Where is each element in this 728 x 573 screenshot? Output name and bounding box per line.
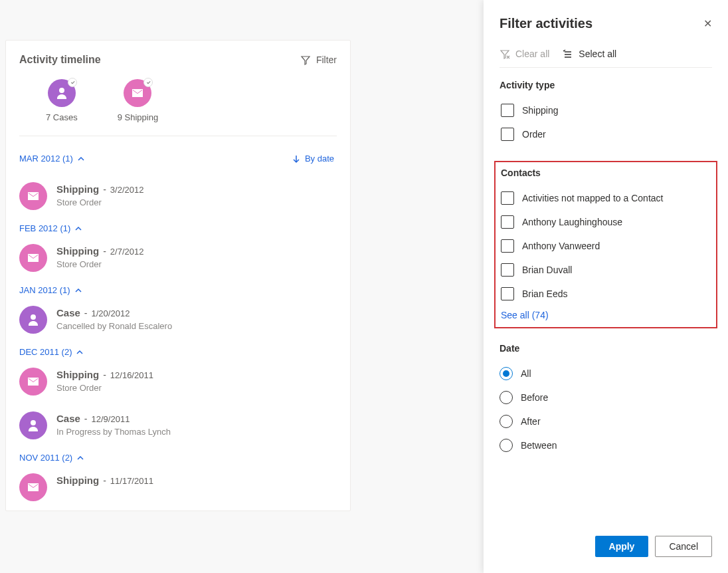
summary-item[interactable]: 7 Cases xyxy=(46,79,78,122)
arrow-down-icon xyxy=(292,154,301,164)
date-title: Date xyxy=(500,343,712,354)
chevron-up-icon xyxy=(74,225,82,233)
date-option[interactable]: After xyxy=(500,409,712,433)
select-all-button[interactable]: Select all xyxy=(563,49,616,59)
month-header[interactable]: JAN 2012 (1) xyxy=(19,285,82,295)
mail-icon xyxy=(19,368,47,396)
timeline-item[interactable]: Shipping - 2/7/2012 Store Order xyxy=(19,237,337,281)
timeline-groups: Shipping - 3/2/2012 Store Order FEB 2012… xyxy=(19,175,337,511)
item-body: Shipping - 12/16/2011 Store Order xyxy=(56,368,153,396)
radio[interactable] xyxy=(500,367,513,380)
item-subtitle: Store Order xyxy=(56,197,143,207)
action-row: Clear all Select all xyxy=(500,42,712,68)
option-label: Order xyxy=(522,129,546,140)
option-label: Before xyxy=(521,392,548,403)
item-title-row: Shipping - 3/2/2012 xyxy=(56,183,143,195)
item-subtitle: Cancelled by Ronald Escalero xyxy=(56,321,172,331)
funnel-icon xyxy=(300,55,311,65)
month-header[interactable]: FEB 2012 (1) xyxy=(19,223,82,233)
item-type: Shipping xyxy=(56,369,99,380)
sort-by-date[interactable]: By date xyxy=(292,154,334,164)
summary-item[interactable]: 9 Shipping xyxy=(118,79,158,122)
select-all-label: Select all xyxy=(579,49,616,59)
date-option[interactable]: Before xyxy=(500,386,712,409)
contacts-title: Contacts xyxy=(501,168,712,178)
radio[interactable] xyxy=(500,391,513,404)
item-title-row: Shipping - 11/17/2011 xyxy=(56,475,153,486)
timeline-item[interactable]: Case - 12/9/2011 In Progress by Thomas L… xyxy=(19,405,337,449)
person-icon xyxy=(19,411,47,439)
checkbox[interactable] xyxy=(501,287,514,300)
clear-all-button[interactable]: Clear all xyxy=(500,49,549,59)
contact-option[interactable]: Activities not mapped to a Contact xyxy=(500,186,712,210)
apply-button[interactable]: Apply xyxy=(595,536,649,557)
date-options: All Before After Between xyxy=(500,362,712,457)
timeline-item[interactable]: Shipping - 3/2/2012 Store Order xyxy=(19,175,337,219)
filter-panel: Filter activities ✕ Clear all Select all… xyxy=(484,0,728,573)
check-badge-icon xyxy=(68,78,77,87)
checkbox[interactable] xyxy=(501,104,514,117)
option-label: After xyxy=(521,416,541,427)
filter-button[interactable]: Filter xyxy=(300,55,337,65)
item-subtitle: Store Order xyxy=(56,383,153,393)
chevron-up-icon xyxy=(74,286,82,294)
option-label: All xyxy=(521,368,531,379)
checkbox[interactable] xyxy=(501,263,514,277)
chevron-up-icon xyxy=(77,155,85,163)
timeline-item[interactable]: Shipping - 12/16/2011 Store Order xyxy=(19,361,337,405)
item-subtitle: In Progress by Thomas Lynch xyxy=(56,427,171,437)
date-option[interactable]: All xyxy=(500,362,712,386)
option-label: Anthony Laughinghouse xyxy=(522,217,622,227)
checkbox[interactable] xyxy=(501,239,514,253)
clear-all-label: Clear all xyxy=(515,49,549,59)
contact-option[interactable]: Anthony Vanweerd xyxy=(500,234,712,258)
activity-type-option[interactable]: Order xyxy=(500,122,712,146)
option-label: Brian Duvall xyxy=(522,265,572,275)
item-body: Shipping - 2/7/2012 Store Order xyxy=(56,244,143,272)
date-option[interactable]: Between xyxy=(500,433,712,457)
summary-row: 7 Cases 9 Shipping xyxy=(19,79,337,136)
sort-label: By date xyxy=(305,154,334,164)
person-icon xyxy=(19,306,47,334)
option-label: Activities not mapped to a Contact xyxy=(522,193,663,203)
checkbox[interactable] xyxy=(501,215,514,229)
month-header[interactable]: DEC 2011 (2) xyxy=(19,347,84,357)
summary-label: 9 Shipping xyxy=(118,112,158,122)
activity-type-list: Shipping Order xyxy=(500,98,712,146)
panel-body: Clear all Select all Activity type Shipp… xyxy=(484,42,728,525)
month-header[interactable]: MAR 2012 (1) xyxy=(19,154,85,164)
item-body: Case - 12/9/2011 In Progress by Thomas L… xyxy=(56,411,171,439)
activity-type-option[interactable]: Shipping xyxy=(500,98,712,122)
timeline-item[interactable]: Case - 1/20/2012 Cancelled by Ronald Esc… xyxy=(19,299,337,343)
radio[interactable] xyxy=(500,415,513,428)
item-body: Case - 1/20/2012 Cancelled by Ronald Esc… xyxy=(56,306,172,334)
checkbox[interactable] xyxy=(501,128,514,141)
contact-option[interactable]: Brian Duvall xyxy=(500,258,712,282)
item-body: Shipping - 3/2/2012 Store Order xyxy=(56,182,143,210)
mail-icon xyxy=(19,244,47,272)
see-all-link[interactable]: See all (74) xyxy=(501,310,549,320)
month-header[interactable]: NOV 2011 (2) xyxy=(19,453,84,463)
card-title: Activity timeline xyxy=(19,54,101,66)
option-label: Brian Eeds xyxy=(522,288,567,299)
item-date: 1/20/2012 xyxy=(92,308,130,318)
item-title-row: Case - 12/9/2011 xyxy=(56,413,171,424)
cancel-button[interactable]: Cancel xyxy=(655,536,712,557)
panel-footer: Apply Cancel xyxy=(484,525,728,573)
contact-option[interactable]: Brian Eeds xyxy=(500,282,712,306)
item-body: Shipping - 11/17/2011 xyxy=(56,473,153,501)
contact-option[interactable]: Anthony Laughinghouse xyxy=(500,210,712,234)
item-date: 12/9/2011 xyxy=(92,414,130,424)
chevron-up-icon xyxy=(76,454,84,462)
checkbox[interactable] xyxy=(501,191,514,205)
item-type: Shipping xyxy=(56,475,99,486)
radio[interactable] xyxy=(500,439,513,452)
close-button[interactable]: ✕ xyxy=(703,17,712,30)
check-badge-icon xyxy=(143,78,153,87)
item-title-row: Shipping - 2/7/2012 xyxy=(56,245,143,257)
card-header: Activity timeline Filter xyxy=(19,54,337,66)
activity-timeline-card: Activity timeline Filter 7 Cases 9 Shipp… xyxy=(5,40,351,511)
mail-icon xyxy=(19,182,47,210)
timeline-item[interactable]: Shipping - 11/17/2011 xyxy=(19,467,337,511)
select-all-icon xyxy=(563,49,573,59)
